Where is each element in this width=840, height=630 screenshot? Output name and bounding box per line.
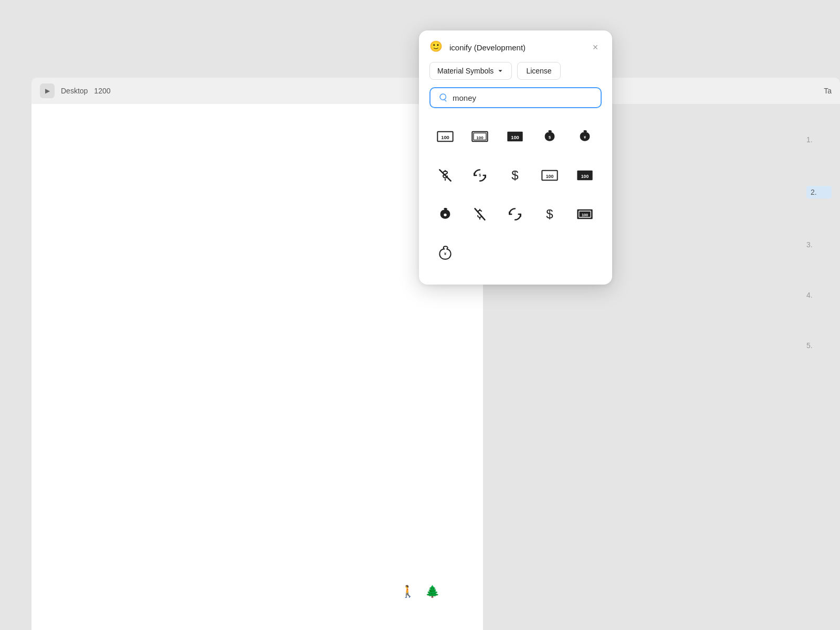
money-icon-8: $: [507, 167, 523, 184]
money-icon-10: 100: [576, 167, 593, 184]
sidebar-num-4: 4.: [806, 291, 832, 299]
money-icon-15: 100: [576, 206, 593, 223]
svg-text:¥: ¥: [444, 251, 447, 256]
money-icon-4: $: [541, 128, 558, 145]
money-icon-3: 100: [507, 128, 523, 145]
money-icon-12: [471, 206, 488, 223]
sidebar-num-1: 1.: [806, 135, 832, 144]
svg-text:100: 100: [581, 174, 589, 179]
desktop-label: Desktop: [61, 87, 88, 95]
icon-dollar-sign[interactable]: $: [499, 160, 531, 191]
icon-dollar-sign-2[interactable]: $: [534, 198, 565, 230]
icon-money-100-panel[interactable]: 100: [569, 198, 601, 230]
money-icon-2: 100: [471, 128, 488, 145]
svg-text:100: 100: [441, 135, 449, 140]
play-button[interactable]: ▶: [40, 83, 55, 98]
money-icon-13: [507, 206, 523, 223]
bg-sidebar: 1. 2. 3. 4. 5.: [798, 104, 840, 630]
icon-money-100-outlined[interactable]: 100: [429, 121, 461, 152]
money-icon-11: [437, 206, 454, 223]
money-icon-5: ¥: [576, 128, 593, 145]
money-icon-16: ¥: [437, 245, 454, 261]
icon-money-bag[interactable]: $: [534, 121, 565, 152]
popup-title: iconify (Development): [449, 43, 584, 52]
desktop-number: 1200: [94, 87, 110, 95]
popup-header: 🙂 iconify (Development) ×: [419, 30, 612, 62]
icon-money-bag-filled-2[interactable]: [429, 198, 461, 230]
popup-controls: Material Symbols License: [419, 62, 612, 87]
svg-text:100: 100: [581, 213, 587, 217]
search-icon: [438, 93, 447, 102]
svg-text:$: $: [511, 168, 518, 182]
license-button[interactable]: License: [517, 62, 560, 80]
money-icon-7: $: [471, 167, 488, 184]
icon-yen-bag[interactable]: ¥: [569, 121, 601, 152]
page: { "background": { "toolbar": { "play_lab…: [0, 0, 840, 630]
icon-money-off[interactable]: [429, 160, 461, 191]
search-container: [429, 87, 602, 108]
collection-label: Material Symbols: [437, 67, 494, 75]
tree-icon: 🌲: [425, 585, 439, 598]
svg-text:$: $: [547, 207, 553, 221]
svg-point-16: [444, 214, 446, 216]
money-icon-6: [437, 167, 454, 184]
svg-text:100: 100: [511, 135, 519, 140]
icon-money-100-filled-2[interactable]: 100: [569, 160, 601, 191]
money-icon-1: 100: [437, 128, 454, 145]
svg-text:100: 100: [546, 174, 554, 179]
bg-content-area: [32, 104, 483, 630]
money-icon-14: $: [541, 206, 558, 223]
icon-currency-exchange-2[interactable]: [499, 198, 531, 230]
tab-partial: Ta: [824, 87, 832, 95]
svg-text:$: $: [549, 135, 551, 140]
icon-money-100-outlined-2[interactable]: 100: [534, 160, 565, 191]
search-input[interactable]: [453, 93, 593, 102]
sidebar-num-3: 3.: [806, 240, 832, 249]
collection-selector[interactable]: Material Symbols: [429, 62, 512, 80]
close-button[interactable]: ×: [589, 41, 602, 54]
icon-money-off-2[interactable]: [464, 198, 496, 230]
icon-yen-bag-alt[interactable]: ¥: [429, 237, 461, 269]
icons-grid: 100 100 100 $: [419, 117, 612, 285]
search-wrap: [419, 87, 612, 117]
iconify-popup: 🙂 iconify (Development) × Material Symbo…: [419, 30, 612, 285]
bg-bottom-icons: 🚶 🌲: [401, 585, 439, 598]
icon-money-100-filled[interactable]: 100: [499, 121, 531, 152]
iconify-logo: 🙂: [429, 40, 444, 55]
person-icon: 🚶: [401, 585, 415, 598]
money-icon-9: 100: [541, 167, 558, 184]
icon-money-100-variant[interactable]: 100: [464, 121, 496, 152]
sidebar-num-5: 5.: [806, 341, 832, 350]
chevron-down-icon: [497, 67, 504, 75]
svg-text:100: 100: [477, 135, 484, 140]
icon-currency-exchange[interactable]: $: [464, 160, 496, 191]
svg-text:$: $: [479, 173, 481, 177]
sidebar-num-2: 2.: [806, 186, 832, 198]
